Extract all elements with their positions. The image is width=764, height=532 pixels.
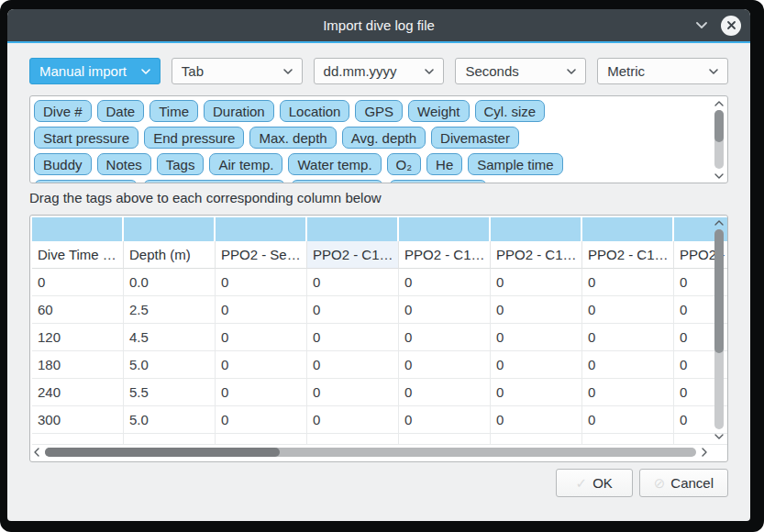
column-header[interactable]: Dive Time … [32, 241, 124, 269]
table-row-partial [32, 434, 728, 445]
table-cell: 0 [582, 296, 674, 324]
dropdown-manual-import[interactable]: Manual import [29, 58, 161, 84]
column-header[interactable]: PPO2 - C1… [399, 241, 491, 269]
tag-list: Dive #DateTimeDurationLocationGPSWeightC… [29, 95, 728, 183]
tag-cyl-size[interactable]: Cyl. size [475, 100, 546, 122]
table-vscrollbar-thumb[interactable] [714, 229, 724, 353]
titlebar-actions [695, 9, 741, 41]
tag-date[interactable]: Date [97, 100, 145, 122]
table-cell: 0 [307, 269, 399, 296]
column-header[interactable]: PPO2 - C1… [582, 241, 674, 269]
column-drop-target[interactable] [124, 217, 216, 241]
tag-tags[interactable]: Tags [157, 153, 205, 175]
scroll-down-icon[interactable] [714, 430, 724, 441]
dialog-buttons: ✓ OK ⊘ Cancel [29, 469, 728, 497]
table-cell [399, 434, 491, 445]
table-vertical-scrollbar[interactable] [712, 217, 725, 441]
table-cell: 0 [399, 324, 491, 351]
table-cell: 0 [307, 351, 399, 379]
table-hscrollbar-thumb[interactable] [45, 448, 280, 457]
table-cell: 0 [491, 296, 582, 324]
scroll-right-icon[interactable] [701, 447, 707, 458]
tag-sample-temperature[interactable]: Sample temperature [143, 180, 286, 183]
tag-sample-time[interactable]: Sample time [468, 153, 562, 175]
tag-divemaster[interactable]: Divemaster [431, 127, 519, 149]
tag-list-scrollbar[interactable] [712, 98, 725, 181]
table-cell: 0 [491, 351, 582, 379]
tag-sample-cns[interactable]: Sample CNS [389, 180, 487, 183]
table-cell: 0 [399, 379, 491, 406]
column-drop-target[interactable] [491, 217, 582, 241]
dropdown-seconds[interactable]: Seconds [455, 58, 586, 84]
dropdown-tab[interactable]: Tab [172, 58, 303, 84]
tag-weight[interactable]: Weight [408, 100, 469, 122]
tag-o[interactable]: O₂ [387, 153, 422, 175]
table-cell: 0 [491, 406, 582, 434]
scroll-up-icon[interactable] [714, 98, 724, 109]
tag-row: BuddyNotesTagsAir temp.Water temp.O₂HeSa… [34, 153, 705, 175]
column-header[interactable]: PPO2 - C1… [491, 241, 582, 269]
table-cell: 5.0 [124, 406, 216, 434]
tag-notes[interactable]: Notes [97, 153, 151, 175]
tag-buddy[interactable]: Buddy [34, 153, 92, 175]
close-icon [726, 20, 736, 30]
tag-max-depth[interactable]: Max. depth [249, 127, 336, 149]
table-cell: 0 [32, 269, 124, 296]
table-cell: 0 [582, 269, 674, 296]
table-vscrollbar-track[interactable] [714, 229, 724, 429]
tag-duration[interactable]: Duration [204, 100, 274, 122]
tag-sample-po[interactable]: Sample pO₂ [291, 180, 383, 183]
table-cell: 0.0 [124, 269, 216, 296]
dialog-content: Manual importTabdd.mm.yyyySecondsMetric … [7, 43, 750, 521]
table-row: 2405.5000000 [32, 379, 728, 406]
dropdown-value: dd.mm.yyyy [324, 63, 397, 79]
table-hscrollbar-track[interactable] [45, 448, 696, 457]
scroll-up-icon[interactable] [714, 217, 724, 228]
tag-avg-depth[interactable]: Avg. depth [342, 127, 426, 149]
table-cell: 0 [399, 351, 491, 379]
dialog-title: Import dive log file [323, 17, 435, 33]
column-header[interactable]: PPO2 - Se… [216, 241, 307, 269]
table-cell [32, 434, 124, 445]
tag-air-temp[interactable]: Air temp. [209, 153, 282, 175]
tag-sample-depth[interactable]: Sample depth [34, 180, 138, 183]
column-drop-target[interactable] [307, 217, 399, 241]
column-header[interactable]: PPO2 - C1… [307, 241, 399, 269]
close-button[interactable] [721, 16, 741, 36]
table-cell: 0 [582, 351, 674, 379]
dropdown-dd-mm-yyyy[interactable]: dd.mm.yyyy [314, 58, 445, 84]
column-drop-target[interactable] [399, 217, 491, 241]
table-cell: 300 [32, 406, 124, 434]
table-row: 602.5000000 [32, 296, 728, 324]
tag-rows-container: Dive #DateTimeDurationLocationGPSWeightC… [34, 100, 705, 183]
cancel-button[interactable]: ⊘ Cancel [639, 469, 728, 497]
tag-location[interactable]: Location [280, 100, 350, 122]
tag-end-pressure[interactable]: End pressure [144, 127, 244, 149]
ok-button-label: OK [592, 475, 613, 491]
ok-button[interactable]: ✓ OK [556, 469, 633, 497]
column-drop-target[interactable] [216, 217, 307, 241]
table-cell: 4.5 [124, 324, 216, 351]
tag-time[interactable]: Time [149, 100, 198, 122]
table-cell: 0 [491, 379, 582, 406]
titlebar[interactable]: Import dive log file [7, 9, 750, 41]
table-cell: 0 [399, 296, 491, 324]
tag-he[interactable]: He [426, 153, 462, 175]
tag-dive[interactable]: Dive # [34, 100, 92, 122]
column-header[interactable]: Depth (m) [124, 241, 216, 269]
scroll-down-icon[interactable] [714, 170, 724, 181]
table-horizontal-scrollbar[interactable] [34, 445, 707, 459]
column-drop-target[interactable] [32, 217, 124, 241]
dropdown-metric[interactable]: Metric [597, 58, 728, 84]
tag-scrollbar-track[interactable] [714, 110, 724, 169]
column-drop-target[interactable] [582, 217, 674, 241]
tag-gps[interactable]: GPS [355, 100, 403, 122]
table-cell [307, 434, 399, 445]
tag-water-temp[interactable]: Water temp. [288, 153, 381, 175]
table-cell: 0 [307, 406, 399, 434]
tag-start-pressure[interactable]: Start pressure [34, 127, 138, 149]
dropdown-value: Tab [182, 63, 204, 79]
scroll-left-icon[interactable] [34, 447, 40, 458]
collapse-button[interactable] [695, 21, 708, 29]
tag-scrollbar-thumb[interactable] [714, 110, 724, 142]
